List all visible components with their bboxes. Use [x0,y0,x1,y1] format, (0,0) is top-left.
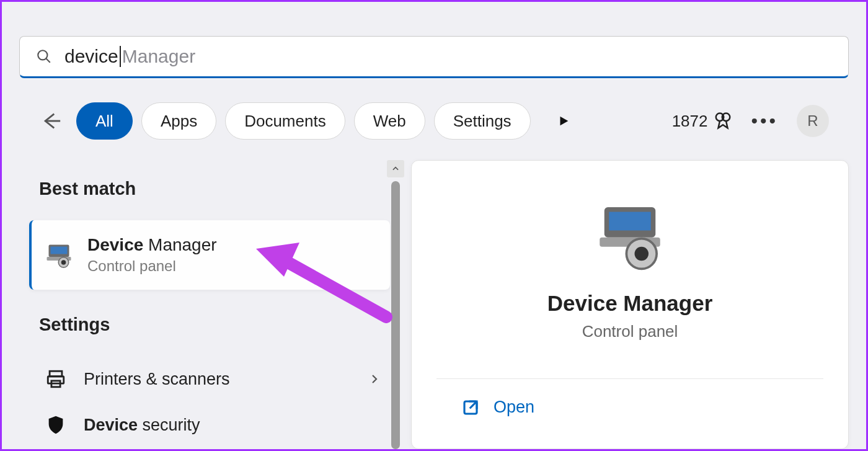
search-icon [36,48,52,65]
settings-item-label-bold: Device [84,416,138,434]
svg-point-18 [635,247,649,261]
shield-icon [45,414,66,435]
filter-tab-documents[interactable]: Documents [225,102,345,140]
back-button[interactable] [39,109,64,133]
filter-tab-web[interactable]: Web [354,102,425,140]
filter-tab-settings[interactable]: Settings [434,102,531,140]
best-match-subtitle: Control panel [87,257,217,275]
scroll-thumb[interactable] [391,181,400,449]
arrow-left-icon [41,110,62,132]
open-external-icon [461,398,480,417]
open-action[interactable]: Open [436,378,823,417]
device-manager-large-icon [593,198,667,272]
svg-rect-12 [48,377,64,383]
chevron-right-icon [369,373,380,385]
chevron-up-icon [391,164,400,173]
settings-item-printers[interactable]: Printers & scanners [2,356,405,402]
results-column: Best match Device Manager Control panel … [2,160,405,449]
filter-tab-label: Documents [244,112,326,131]
filter-row: All Apps Documents Web Settings 1872 •••… [39,101,829,141]
rewards-points[interactable]: 1872 [672,112,733,131]
search-suggestion-text: Manager [122,46,195,67]
filter-tab-label: Web [373,112,406,131]
settings-item-label: Printers & scanners [84,370,230,389]
content-area: Best match Device Manager Control panel … [2,160,866,449]
results-scrollbar[interactable] [386,160,405,449]
filter-tab-label: Apps [161,112,197,131]
svg-marker-3 [560,117,568,126]
best-match-result[interactable]: Device Manager Control panel [29,220,390,290]
best-match-title-bold: Device [87,235,143,254]
svg-line-20 [470,401,477,408]
svg-rect-7 [51,247,68,254]
settings-item-label: Device security [84,416,200,435]
header-right-group: 1872 ••• R [672,105,829,137]
best-match-text: Device Manager Control panel [87,235,217,275]
more-options-button[interactable]: ••• [751,112,778,130]
svg-line-1 [46,58,50,63]
best-match-header: Best match [2,179,405,199]
best-match-title-rest: Manager [143,235,216,254]
detail-pane: Device Manager Control panel Open [411,160,849,449]
filter-tab-all[interactable]: All [76,102,133,140]
search-typed-text: device [64,46,118,67]
more-filters-icon[interactable] [557,114,570,128]
medal-icon [714,112,732,130]
user-avatar[interactable]: R [797,105,829,137]
avatar-initial: R [807,112,818,130]
device-manager-icon [44,240,74,270]
svg-point-0 [38,50,47,60]
rewards-points-value: 1872 [672,112,708,131]
detail-subtitle: Control panel [582,322,678,341]
filter-tab-label: Settings [453,112,512,131]
detail-title: Device Manager [547,291,713,316]
svg-rect-15 [609,212,651,231]
filter-tab-label: All [95,112,113,131]
search-bar[interactable]: device Manager [19,36,849,78]
svg-point-10 [61,260,66,265]
settings-item-label-rest: security [138,416,200,434]
open-action-label: Open [494,398,534,417]
filter-tab-apps[interactable]: Apps [141,102,216,140]
text-cursor [120,46,121,67]
settings-item-device-security[interactable]: Device security [2,402,405,448]
best-match-title: Device Manager [87,235,217,255]
printer-icon [45,368,66,390]
scroll-up-button[interactable] [387,160,404,177]
settings-section-header: Settings [2,315,405,335]
